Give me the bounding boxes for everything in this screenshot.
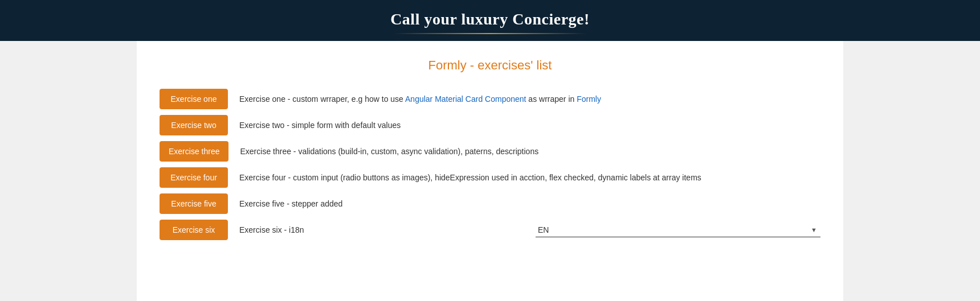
content-card: Formly - exercises' list Exercise oneExe…: [137, 41, 843, 301]
exercise-row: Exercise oneExercise one - custom wrrape…: [160, 89, 820, 109]
exercise-six-button[interactable]: Exercise six: [160, 220, 228, 240]
exercise-row: Exercise threeExercise three - validatio…: [160, 141, 820, 162]
exercise-one-button[interactable]: Exercise one: [160, 89, 228, 109]
exercise-three-description: Exercise three - validations (build-in, …: [240, 147, 820, 156]
exercise-four-description: Exercise four - custom input (radio butt…: [239, 173, 820, 182]
exercise-row: Exercise fourExercise four - custom inpu…: [160, 167, 820, 188]
exercise-five-button[interactable]: Exercise five: [160, 193, 228, 214]
exercise-five-description: Exercise five - stepper added: [239, 199, 820, 208]
page-title: Formly - exercises' list: [160, 58, 820, 73]
exercise-three-button[interactable]: Exercise three: [160, 141, 228, 162]
exercise-list: Exercise oneExercise one - custom wrrape…: [160, 89, 820, 240]
main-container: Formly - exercises' list Exercise oneExe…: [0, 41, 980, 301]
language-select[interactable]: ENPLDEFR: [536, 223, 820, 237]
exercise-row: Exercise twoExercise two - simple form w…: [160, 115, 820, 135]
exercise-six-description: Exercise six - i18n: [239, 225, 524, 234]
exercise-four-button[interactable]: Exercise four: [160, 167, 228, 188]
exercise-row: Exercise fiveExercise five - stepper add…: [160, 193, 820, 214]
exercise-row: Exercise sixExercise six - i18nENPLDEFR: [160, 220, 820, 240]
language-select-wrapper: ENPLDEFR: [536, 223, 820, 237]
exercise-one-description: Exercise one - custom wrraper, e.g how t…: [239, 94, 820, 104]
exercise-two-description: Exercise two - simple form with default …: [239, 121, 820, 130]
exercise-two-button[interactable]: Exercise two: [160, 115, 228, 135]
app-header: Call your luxury Concierge!: [0, 0, 980, 41]
app-title: Call your luxury Concierge!: [0, 10, 980, 28]
header-divider: [393, 33, 587, 34]
